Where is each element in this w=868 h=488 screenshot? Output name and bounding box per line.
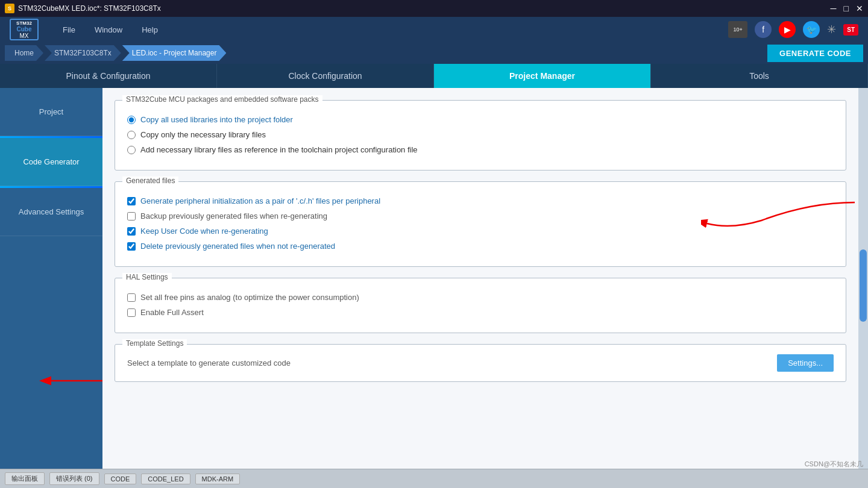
panel: STM32Cube MCU packages and embedded soft…	[102, 88, 858, 488]
cb-peripheral-files: Generate peripheral initialization as a …	[127, 196, 834, 205]
cb-backup-input[interactable]	[127, 212, 136, 221]
app-icon: S	[5, 4, 14, 13]
cb-full-assert: Enable Full Assert	[127, 308, 834, 317]
hal-checkboxes: Set all free pins as analog (to optimize…	[127, 293, 834, 317]
radio-copy-necessary-input[interactable]	[127, 131, 136, 139]
window-controls[interactable]: ─ □ ✕	[831, 4, 863, 13]
cb-free-pins: Set all free pins as analog (to optimize…	[127, 293, 834, 302]
mcu-packages-legend: STM32Cube MCU packages and embedded soft…	[122, 95, 322, 104]
tab-pinout[interactable]: Pinout & Configuration	[0, 64, 217, 88]
tab-project-manager[interactable]: Project Manager	[434, 64, 651, 88]
logo-stm: STM32	[16, 20, 32, 26]
generated-files-checkboxes: Generate peripheral initialization as a …	[127, 196, 834, 251]
taskbar-item-2[interactable]: CODE	[104, 474, 137, 484]
mcu-packages-section: STM32Cube MCU packages and embedded soft…	[115, 100, 846, 170]
cb-keep-user-code-label[interactable]: Keep User Code when re-generating	[140, 227, 268, 236]
cb-keep-user-code: Keep User Code when re-generating	[127, 227, 834, 236]
radio-add-reference-label[interactable]: Add necessary library files as reference…	[140, 145, 418, 154]
cb-peripheral-files-input[interactable]	[127, 197, 136, 205]
hal-settings-section: HAL Settings Set all free pins as analog…	[115, 278, 846, 333]
cb-full-assert-input[interactable]	[127, 308, 136, 317]
template-settings-legend: Template Settings	[122, 339, 187, 348]
tab-clock[interactable]: Clock Configuration	[217, 64, 434, 88]
generate-code-button[interactable]: GENERATE CODE	[767, 45, 863, 62]
cb-backup: Backup previously generated files when r…	[127, 211, 834, 221]
sidebar-item-project[interactable]: Project	[0, 88, 102, 136]
title-text: STM32CubeMX LED.ioc*: STM32F103C8Tx	[18, 4, 831, 13]
title-bar: S STM32CubeMX LED.ioc*: STM32F103C8Tx ─ …	[0, 0, 868, 17]
breadcrumb-project[interactable]: LED.ioc - Project Manager	[122, 45, 227, 61]
cb-delete-files-input[interactable]	[127, 242, 136, 251]
template-settings-section: Template Settings Select a template to g…	[115, 344, 846, 382]
menu-bar: STM32 Cube MX File Window Help 10+ f ▶ 🐦…	[0, 17, 868, 42]
facebook-icon[interactable]: f	[755, 21, 772, 38]
watermark: CSDN@不知名未几	[805, 460, 863, 469]
watermark-text: CSDN@不知名未几	[805, 460, 863, 468]
mcu-radio-group: Copy all used libraries into the project…	[127, 115, 834, 154]
social-icons: 10+ f ▶ 🐦 ✳ ST	[728, 21, 858, 38]
radio-add-reference: Add necessary library files as reference…	[127, 145, 834, 154]
taskbar: 输出面板 错误列表 (0) CODE CODE_LED MDK-ARM	[0, 469, 868, 488]
menu-help[interactable]: Help	[142, 25, 158, 34]
breadcrumb-mcu[interactable]: STM32F103C8Tx	[45, 45, 121, 61]
twitter-icon[interactable]: 🐦	[803, 21, 820, 38]
cb-free-pins-input[interactable]	[127, 293, 136, 302]
radio-copy-necessary: Copy only the necessary library files	[127, 130, 834, 139]
taskbar-item-4[interactable]: MDK-ARM	[195, 474, 241, 484]
logo-cube: Cube	[17, 26, 32, 33]
sidebar-item-advanced-settings[interactable]: Advanced Settings	[0, 188, 102, 236]
breadcrumb-bar: Home STM32F103C8Tx LED.ioc - Project Man…	[0, 42, 868, 64]
template-row: Select a template to generate customized…	[127, 354, 834, 372]
breadcrumb-home[interactable]: Home	[5, 45, 43, 61]
sidebar: Project Code Generator Advanced Settings	[0, 88, 102, 488]
st-logo: ST	[843, 24, 858, 36]
menu-items: File Window Help	[63, 25, 728, 34]
radio-add-reference-input[interactable]	[127, 146, 136, 154]
cb-keep-user-code-input[interactable]	[127, 227, 136, 236]
cb-full-assert-label[interactable]: Enable Full Assert	[140, 308, 204, 317]
cb-delete-files: Delete previously generated files when n…	[127, 242, 834, 251]
menu-window[interactable]: Window	[95, 25, 122, 34]
template-placeholder-text: Select a template to generate customized…	[127, 358, 767, 368]
badge-icon: 10+	[728, 21, 747, 38]
hal-settings-legend: HAL Settings	[122, 273, 172, 281]
cb-backup-label[interactable]: Backup previously generated files when r…	[140, 211, 327, 221]
logo-mx: MX	[20, 33, 29, 39]
scrollbar-thumb[interactable]	[860, 249, 867, 322]
taskbar-item-3[interactable]: CODE_LED	[141, 474, 190, 484]
settings-button[interactable]: Settings...	[777, 354, 834, 372]
close-button[interactable]: ✕	[856, 4, 863, 13]
radio-copy-all: Copy all used libraries into the project…	[127, 115, 834, 124]
generated-files-section: Generated files Generate peripheral init…	[115, 181, 846, 267]
radio-copy-necessary-label[interactable]: Copy only the necessary library files	[140, 130, 266, 139]
cb-free-pins-label[interactable]: Set all free pins as analog (to optimize…	[140, 293, 359, 302]
cb-peripheral-files-label[interactable]: Generate peripheral initialization as a …	[140, 196, 380, 205]
radio-copy-all-label[interactable]: Copy all used libraries into the project…	[140, 115, 293, 124]
menu-file[interactable]: File	[63, 25, 75, 34]
cb-delete-files-label[interactable]: Delete previously generated files when n…	[140, 242, 335, 251]
scrollbar[interactable]	[858, 88, 868, 488]
radio-copy-all-input[interactable]	[127, 116, 136, 124]
minimize-button[interactable]: ─	[831, 4, 837, 13]
logo-box: STM32 Cube MX	[10, 19, 39, 40]
generated-files-legend: Generated files	[122, 177, 178, 185]
sidebar-item-code-generator[interactable]: Code Generator	[0, 138, 102, 186]
youtube-icon[interactable]: ▶	[779, 21, 796, 38]
taskbar-item-0[interactable]: 输出面板	[5, 472, 45, 485]
logo: STM32 Cube MX	[10, 19, 39, 40]
tab-tools[interactable]: Tools	[651, 64, 868, 88]
taskbar-item-1[interactable]: 错误列表 (0)	[49, 472, 99, 485]
main-content: Project Code Generator Advanced Settings…	[0, 88, 868, 488]
star-icon: ✳	[827, 23, 836, 36]
tab-bar: Pinout & Configuration Clock Configurati…	[0, 64, 868, 88]
maximize-button[interactable]: □	[844, 4, 849, 13]
